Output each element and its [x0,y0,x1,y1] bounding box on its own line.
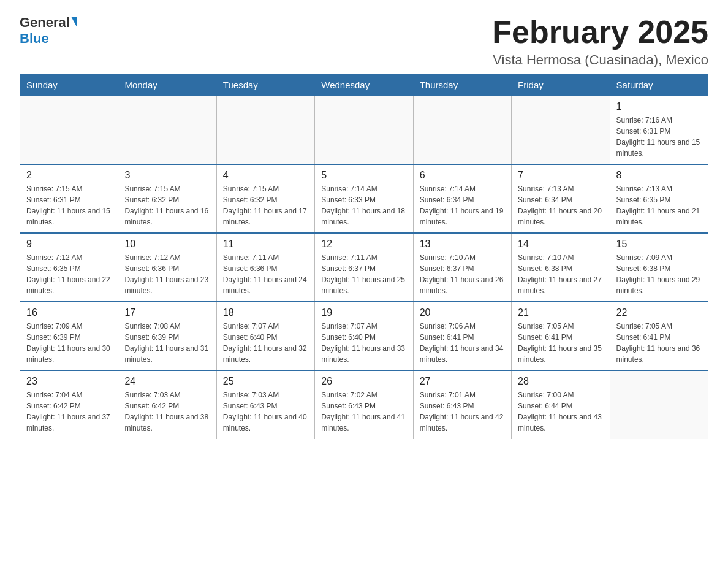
calendar-cell: 21Sunrise: 7:05 AM Sunset: 6:41 PM Dayli… [512,302,610,370]
calendar-cell: 19Sunrise: 7:07 AM Sunset: 6:40 PM Dayli… [315,302,413,370]
calendar-cell: 15Sunrise: 7:09 AM Sunset: 6:38 PM Dayli… [610,233,708,302]
day-number: 12 [321,239,406,250]
calendar-cell: 6Sunrise: 7:14 AM Sunset: 6:34 PM Daylig… [413,164,511,233]
calendar-cell [512,96,610,164]
calendar-cell: 9Sunrise: 7:12 AM Sunset: 6:35 PM Daylig… [20,233,118,302]
day-number: 3 [124,170,210,181]
logo-blue-text: Blue [20,31,49,47]
day-number: 8 [616,170,702,181]
calendar-cell: 16Sunrise: 7:09 AM Sunset: 6:39 PM Dayli… [20,302,118,370]
calendar-cell: 13Sunrise: 7:10 AM Sunset: 6:37 PM Dayli… [413,233,511,302]
day-info: Sunrise: 7:14 AM Sunset: 6:34 PM Dayligh… [420,183,505,228]
calendar-header-thursday: Thursday [413,75,511,96]
main-title: February 2025 [492,15,708,50]
logo-blue-box [70,17,77,29]
day-number: 25 [223,376,308,387]
logo-general-text: General [20,15,70,31]
day-number: 24 [124,376,210,387]
day-info: Sunrise: 7:11 AM Sunset: 6:37 PM Dayligh… [321,252,406,296]
day-number: 6 [420,170,505,181]
calendar-cell: 8Sunrise: 7:13 AM Sunset: 6:35 PM Daylig… [610,164,708,233]
calendar-cell: 28Sunrise: 7:00 AM Sunset: 6:44 PM Dayli… [512,370,610,439]
calendar-table: SundayMondayTuesdayWednesdayThursdayFrid… [20,74,708,439]
calendar-header-saturday: Saturday [610,75,708,96]
calendar-cell [216,96,314,164]
day-info: Sunrise: 7:03 AM Sunset: 6:43 PM Dayligh… [223,389,308,434]
day-number: 27 [420,376,505,387]
calendar-cell [118,96,216,164]
day-number: 20 [420,307,505,318]
day-number: 16 [26,307,112,318]
logo-triangle-icon [71,17,77,28]
day-number: 26 [321,376,406,387]
day-info: Sunrise: 7:09 AM Sunset: 6:39 PM Dayligh… [26,321,112,365]
calendar-cell: 1Sunrise: 7:16 AM Sunset: 6:31 PM Daylig… [610,96,708,164]
day-number: 4 [223,170,308,181]
day-number: 2 [26,170,112,181]
calendar-header-wednesday: Wednesday [315,75,413,96]
day-info: Sunrise: 7:03 AM Sunset: 6:42 PM Dayligh… [124,389,210,434]
day-number: 23 [26,376,112,387]
calendar-cell [20,96,118,164]
day-info: Sunrise: 7:04 AM Sunset: 6:42 PM Dayligh… [26,389,112,434]
subtitle: Vista Hermosa (Cuasinada), Mexico [492,52,708,68]
calendar-cell: 17Sunrise: 7:08 AM Sunset: 6:39 PM Dayli… [118,302,216,370]
day-number: 22 [616,307,702,318]
calendar-cell: 10Sunrise: 7:12 AM Sunset: 6:36 PM Dayli… [118,233,216,302]
calendar-cell [413,96,511,164]
day-info: Sunrise: 7:11 AM Sunset: 6:36 PM Dayligh… [223,252,308,296]
day-info: Sunrise: 7:02 AM Sunset: 6:43 PM Dayligh… [321,389,406,434]
calendar-cell [315,96,413,164]
day-info: Sunrise: 7:12 AM Sunset: 6:36 PM Dayligh… [124,252,210,296]
calendar-header-friday: Friday [512,75,610,96]
calendar-week-row: 9Sunrise: 7:12 AM Sunset: 6:35 PM Daylig… [20,233,708,302]
day-info: Sunrise: 7:10 AM Sunset: 6:37 PM Dayligh… [420,252,505,296]
day-number: 18 [223,307,308,318]
day-number: 21 [518,307,603,318]
day-number: 15 [616,239,702,250]
day-number: 11 [223,239,308,250]
day-number: 17 [124,307,210,318]
day-info: Sunrise: 7:15 AM Sunset: 6:32 PM Dayligh… [124,183,210,228]
day-number: 10 [124,239,210,250]
day-number: 7 [518,170,603,181]
calendar-cell: 5Sunrise: 7:14 AM Sunset: 6:33 PM Daylig… [315,164,413,233]
calendar-cell: 4Sunrise: 7:15 AM Sunset: 6:32 PM Daylig… [216,164,314,233]
day-number: 5 [321,170,406,181]
calendar-week-row: 23Sunrise: 7:04 AM Sunset: 6:42 PM Dayli… [20,370,708,439]
calendar-cell: 11Sunrise: 7:11 AM Sunset: 6:36 PM Dayli… [216,233,314,302]
calendar-cell: 12Sunrise: 7:11 AM Sunset: 6:37 PM Dayli… [315,233,413,302]
day-info: Sunrise: 7:00 AM Sunset: 6:44 PM Dayligh… [518,389,603,434]
day-number: 14 [518,239,603,250]
day-info: Sunrise: 7:13 AM Sunset: 6:34 PM Dayligh… [518,183,603,228]
day-info: Sunrise: 7:06 AM Sunset: 6:41 PM Dayligh… [420,321,505,365]
calendar-cell: 24Sunrise: 7:03 AM Sunset: 6:42 PM Dayli… [118,370,216,439]
calendar-cell: 25Sunrise: 7:03 AM Sunset: 6:43 PM Dayli… [216,370,314,439]
calendar-week-row: 2Sunrise: 7:15 AM Sunset: 6:31 PM Daylig… [20,164,708,233]
day-info: Sunrise: 7:14 AM Sunset: 6:33 PM Dayligh… [321,183,406,228]
day-number: 1 [616,101,702,112]
calendar-cell [610,370,708,439]
day-info: Sunrise: 7:09 AM Sunset: 6:38 PM Dayligh… [616,252,702,296]
calendar-cell: 27Sunrise: 7:01 AM Sunset: 6:43 PM Dayli… [413,370,511,439]
day-info: Sunrise: 7:15 AM Sunset: 6:31 PM Dayligh… [26,183,112,228]
day-info: Sunrise: 7:07 AM Sunset: 6:40 PM Dayligh… [223,321,308,365]
day-info: Sunrise: 7:12 AM Sunset: 6:35 PM Dayligh… [26,252,112,296]
calendar-cell: 26Sunrise: 7:02 AM Sunset: 6:43 PM Dayli… [315,370,413,439]
title-block: February 2025 Vista Hermosa (Cuasinada),… [492,15,708,68]
day-info: Sunrise: 7:08 AM Sunset: 6:39 PM Dayligh… [124,321,210,365]
calendar-header-sunday: Sunday [20,75,118,96]
day-info: Sunrise: 7:01 AM Sunset: 6:43 PM Dayligh… [420,389,505,434]
calendar-week-row: 1Sunrise: 7:16 AM Sunset: 6:31 PM Daylig… [20,96,708,164]
calendar-header-monday: Monday [118,75,216,96]
day-info: Sunrise: 7:10 AM Sunset: 6:38 PM Dayligh… [518,252,603,296]
calendar-cell: 20Sunrise: 7:06 AM Sunset: 6:41 PM Dayli… [413,302,511,370]
calendar-cell: 3Sunrise: 7:15 AM Sunset: 6:32 PM Daylig… [118,164,216,233]
day-info: Sunrise: 7:15 AM Sunset: 6:32 PM Dayligh… [223,183,308,228]
day-info: Sunrise: 7:05 AM Sunset: 6:41 PM Dayligh… [616,321,702,365]
day-number: 13 [420,239,505,250]
logo: General Blue [20,15,77,47]
day-number: 28 [518,376,603,387]
calendar-week-row: 16Sunrise: 7:09 AM Sunset: 6:39 PM Dayli… [20,302,708,370]
day-info: Sunrise: 7:16 AM Sunset: 6:31 PM Dayligh… [616,115,702,159]
